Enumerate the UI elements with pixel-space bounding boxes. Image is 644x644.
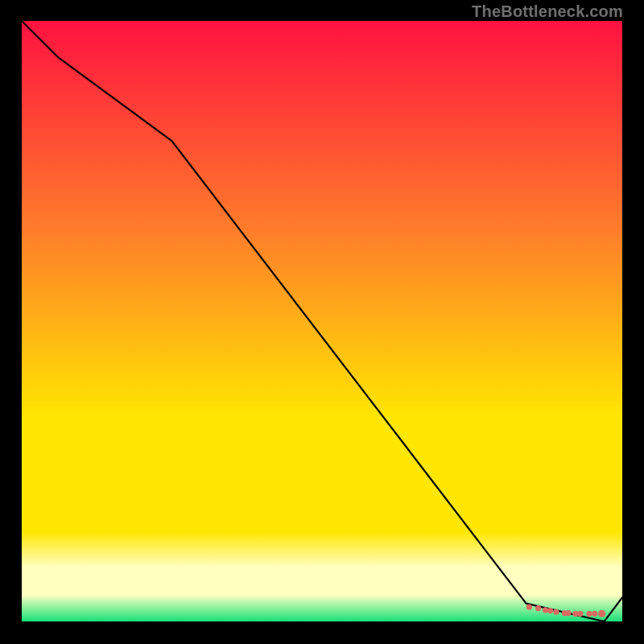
marker-point: [553, 609, 559, 615]
marker-point: [586, 611, 592, 617]
marker-point: [598, 610, 605, 617]
marker-point: [592, 611, 597, 617]
data-layer: [22, 21, 622, 621]
chart-stage: TheBottleneck.com: [0, 0, 644, 644]
marker-group: [526, 605, 605, 617]
watermark-text: TheBottleneck.com: [472, 2, 623, 21]
marker-point: [547, 608, 553, 613]
marker-point: [577, 611, 583, 617]
marker-point: [526, 605, 532, 610]
plot-area: [22, 21, 622, 621]
marker-point: [535, 605, 541, 611]
marker-point: [565, 610, 571, 616]
curve-line: [22, 21, 622, 621]
